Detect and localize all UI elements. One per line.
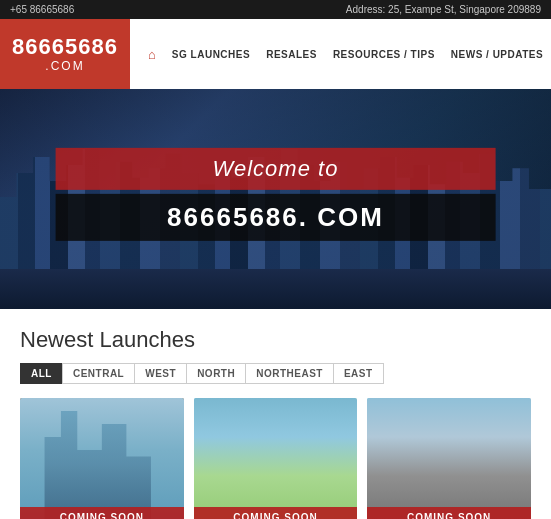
property-card-3[interactable]: Coming Soon [367,398,531,519]
property-image-3 [367,398,531,519]
coming-soon-badge-1: Coming Soon [20,507,184,519]
address: Address: 25, Exampe St, Singapore 209889 [346,4,541,15]
phone-number: +65 86665686 [10,4,74,15]
nav-sg-launches[interactable]: SG LAUNCHES [164,49,258,60]
property-grid: Coming Soon Coming Soon Coming Soon [20,398,531,519]
header: 86665686 .COM ⌂ SG LAUNCHES RESALES RESO… [0,19,551,89]
coming-soon-badge-3: Coming Soon [367,507,531,519]
nav-resales[interactable]: RESALES [258,49,325,60]
logo-com: .COM [45,59,84,73]
logo[interactable]: 86665686 .COM [0,19,130,89]
hero-text-container: Welcome to 86665686. COM [55,148,496,241]
filter-tab-north[interactable]: NORTH [186,363,245,384]
road-layer [0,269,551,309]
logo-number: 86665686 [12,35,118,59]
property-card-1[interactable]: Coming Soon [20,398,184,519]
property-image-2 [194,398,358,519]
property-card-2[interactable]: Coming Soon [194,398,358,519]
main-nav: ⌂ SG LAUNCHES RESALES RESOURCES / TIPS N… [130,19,551,89]
top-bar: +65 86665686 Address: 25, Exampe St, Sin… [0,0,551,19]
nav-resources-tips[interactable]: RESOURCES / TIPS [325,49,443,60]
filter-tab-east[interactable]: EAST [333,363,384,384]
filter-tab-west[interactable]: WEST [134,363,186,384]
filter-tab-northeast[interactable]: NORTHEAST [245,363,333,384]
filter-tab-all[interactable]: ALL [20,363,62,384]
nav-news-updates[interactable]: NEWS / UPDATES [443,49,551,60]
filter-tabs: ALL CENTRAL WEST NORTH NORTHEAST EAST [20,363,531,384]
hero-banner: Welcome to 86665686. COM [0,89,551,309]
coming-soon-badge-2: Coming Soon [194,507,358,519]
launches-section: Newest Launches ALL CENTRAL WEST NORTH N… [0,309,551,519]
home-icon[interactable]: ⌂ [140,47,164,62]
filter-tab-central[interactable]: CENTRAL [62,363,134,384]
launches-title: Newest Launches [20,327,531,353]
property-image-1 [20,398,184,519]
hero-welcome-text: Welcome to [55,148,496,190]
hero-domain-text: 86665686. COM [55,194,496,241]
